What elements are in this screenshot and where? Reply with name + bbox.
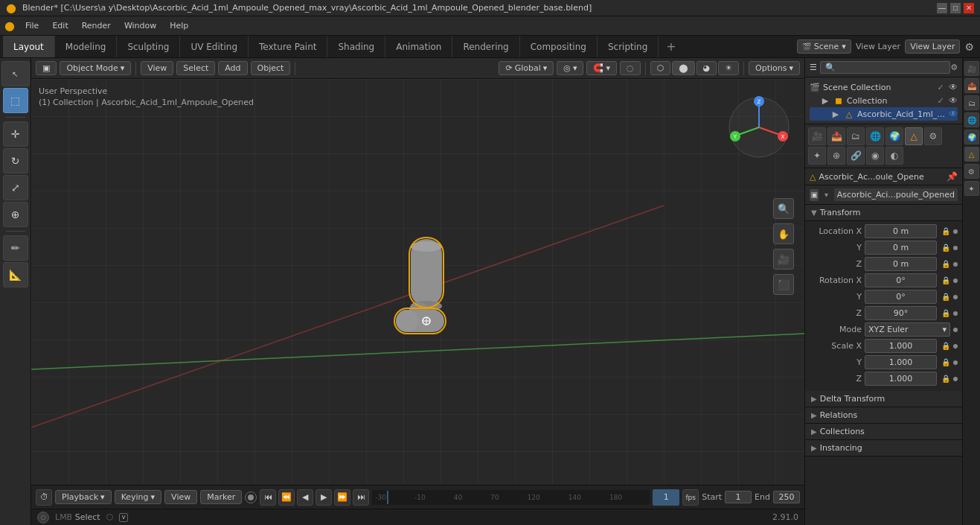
rs-output-icon[interactable]: 📤 [964, 78, 979, 93]
transform-button[interactable]: ⊕ [3, 202, 28, 227]
measure-button[interactable]: 📐 [3, 262, 28, 287]
object-visibility-icon[interactable]: 👁 [949, 109, 958, 119]
rotation-z-value[interactable]: 90° [865, 306, 937, 320]
rs-modifier-icon[interactable]: ⚙ [964, 164, 979, 179]
filter-icon[interactable]: ⚙ [964, 41, 974, 53]
jump-to-start-button[interactable]: ⏮ [260, 489, 276, 506]
outliner-search[interactable]: 🔍 [820, 61, 950, 74]
location-y-lock[interactable]: 🔒 [941, 244, 950, 252]
tab-sculpting[interactable]: Sculpting [117, 36, 180, 57]
scene-selector[interactable]: 🎬 Scene ▾ [797, 39, 851, 54]
delta-transform-header[interactable]: ▶ Delta Transform [805, 391, 962, 407]
editor-type-button[interactable]: ▣ [36, 61, 57, 75]
prop-modifier-icon[interactable]: ⚙ [924, 127, 942, 145]
move-button[interactable]: ✛ [3, 121, 28, 147]
prop-object-icon[interactable]: △ [905, 127, 923, 145]
rs-object-icon[interactable]: △ [964, 147, 979, 162]
options-button[interactable]: Options ▾ [749, 61, 800, 75]
material-shading-button[interactable]: ◕ [696, 61, 717, 75]
collection-label[interactable]: Collection [847, 96, 932, 106]
transform-orientation-button[interactable]: ⟳ Global ▾ [499, 61, 554, 75]
scale-y-value[interactable]: 1.000 [865, 355, 937, 369]
tab-layout[interactable]: Layout [3, 36, 55, 57]
scale-z-value[interactable]: 1.000 [865, 372, 937, 386]
location-y-value[interactable]: 0 m [865, 241, 937, 255]
rotation-x-value[interactable]: 0° [865, 273, 937, 287]
scale-button[interactable]: ⤢ [3, 175, 28, 200]
rs-world-icon[interactable]: 🌍 [964, 130, 979, 144]
pivot-point-button[interactable]: ◎ ▾ [557, 61, 583, 75]
scale-x-lock[interactable]: 🔒 [941, 342, 950, 350]
mode-select-button[interactable]: ↖ [1, 61, 30, 86]
prop-physics-icon[interactable]: ⊕ [827, 147, 845, 165]
end-frame-field[interactable]: 250 [773, 491, 800, 503]
prop-object-data-icon[interactable]: ◉ [866, 147, 884, 165]
prop-constraints-icon[interactable]: 🔗 [847, 147, 865, 165]
tab-compositing[interactable]: Compositing [520, 36, 598, 57]
step-forward-button[interactable]: ⏩ [334, 489, 350, 506]
menu-help[interactable]: Help [164, 19, 194, 32]
keyframe-dot[interactable] [245, 491, 257, 503]
pin-icon[interactable]: 📌 [947, 171, 958, 182]
prop-view-layer-icon[interactable]: 🗂 [847, 127, 865, 145]
menu-window[interactable]: Window [118, 19, 162, 32]
jump-to-end-button[interactable]: ⏭ [353, 489, 369, 506]
tab-shading[interactable]: Shading [327, 36, 385, 57]
prop-scene-icon[interactable]: 🌐 [866, 127, 884, 145]
tab-scripting[interactable]: Scripting [598, 36, 659, 57]
scale-x-value[interactable]: 1.000 [865, 339, 937, 353]
view-camera-button[interactable]: 🎥 [773, 249, 794, 270]
rotation-y-lock[interactable]: 🔒 [941, 293, 950, 301]
rs-viewlayer-icon[interactable]: 🗂 [964, 95, 979, 110]
location-z-lock[interactable]: 🔒 [941, 260, 950, 268]
timeline-view-menu-button[interactable]: View [164, 490, 197, 504]
object-name[interactable]: Ascorbic_Acid_1ml_... [857, 109, 946, 119]
view-ortho-button[interactable]: ⬛ [773, 274, 794, 295]
prop-render-icon[interactable]: 🎥 [808, 127, 826, 145]
data-block-name[interactable]: Ascorbic_Aci...poule_Opened [834, 188, 958, 201]
prop-material-icon[interactable]: ◐ [885, 147, 903, 165]
rotation-z-lock[interactable]: 🔒 [941, 309, 950, 317]
select-menu-button[interactable]: Select [176, 61, 215, 75]
playback-menu-button[interactable]: Playback ▾ [55, 490, 112, 504]
solid-shading-button[interactable]: ⬤ [672, 61, 694, 75]
start-frame-field[interactable]: 1 [725, 491, 752, 503]
scene-collection-label[interactable]: Scene Collection [823, 83, 932, 92]
view-layer-selector[interactable]: View Layer [905, 39, 960, 54]
tab-uv-editing[interactable]: UV Editing [180, 36, 249, 57]
collection-render-icon[interactable]: ✓ [935, 95, 946, 106]
step-back-button[interactable]: ⏪ [278, 489, 295, 506]
rotation-mode-select[interactable]: XYZ Euler ▾ [865, 322, 950, 337]
fps-icon[interactable]: fps [682, 489, 699, 506]
marker-menu-button[interactable]: Marker [200, 490, 242, 504]
rotation-x-lock[interactable]: 🔒 [941, 276, 950, 284]
tab-rendering[interactable]: Rendering [452, 36, 519, 57]
object-row[interactable]: ▶ △ Ascorbic_Acid_1ml_... 👁 [810, 107, 958, 121]
proportional-edit-button[interactable]: ◌ [620, 61, 641, 75]
scale-z-lock[interactable]: 🔒 [941, 375, 950, 383]
minimize-button[interactable]: — [937, 3, 947, 13]
timeline-scrubber[interactable]: -30 -10 40 70 120 140 180 220 240 [372, 490, 650, 505]
rotate-button[interactable]: ↻ [3, 148, 28, 174]
play-reverse-button[interactable]: ◀ [297, 489, 313, 506]
snap-button[interactable]: 🧲 ▾ [586, 61, 617, 75]
object-mode-button[interactable]: Object Mode ▾ [60, 61, 131, 75]
view-zoom-button[interactable]: 🔍 [773, 198, 794, 219]
select-box-button[interactable]: ⬚ [3, 88, 28, 113]
close-button[interactable]: ✕ [964, 3, 974, 13]
rendered-shading-button[interactable]: ☀ [718, 61, 739, 75]
relations-header[interactable]: ▶ Relations [805, 407, 962, 423]
add-menu-button[interactable]: Add [218, 61, 247, 75]
tab-texture-paint[interactable]: Texture Paint [249, 36, 327, 57]
outliner-filter-icon[interactable]: ⚙ [950, 63, 958, 72]
play-button[interactable]: ▶ [316, 489, 332, 506]
location-x-value[interactable]: 0 m [865, 224, 937, 238]
tab-animation[interactable]: Animation [385, 36, 452, 57]
maximize-button[interactable]: □ [950, 3, 961, 13]
location-z-value[interactable]: 0 m [865, 257, 937, 271]
rs-scene-icon[interactable]: 🌐 [964, 112, 979, 127]
menu-edit[interactable]: Edit [46, 19, 74, 32]
prop-output-icon[interactable]: 📤 [827, 127, 845, 145]
view-menu-button[interactable]: View [141, 61, 173, 75]
scene-collection-visibility-icon[interactable]: 👁 [949, 82, 958, 92]
